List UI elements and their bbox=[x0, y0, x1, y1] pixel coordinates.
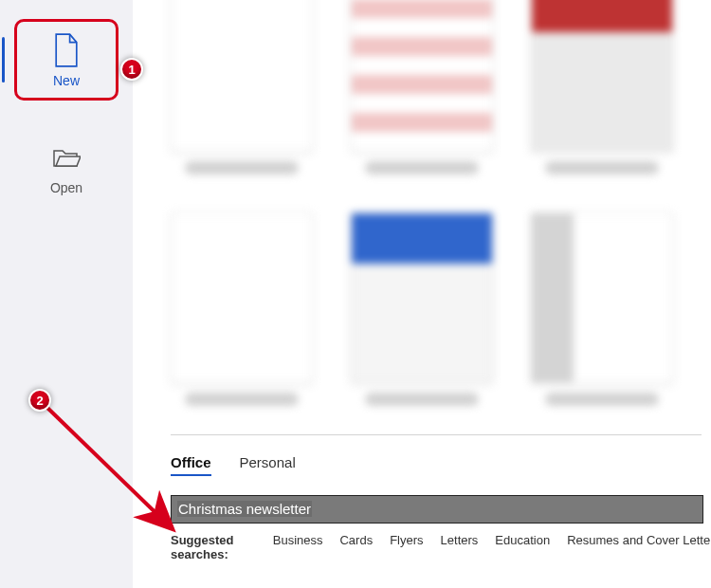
template-thumb bbox=[351, 212, 493, 383]
template-thumb bbox=[171, 212, 313, 383]
open-folder-icon bbox=[52, 140, 81, 175]
template-label bbox=[365, 393, 479, 406]
template-row-2 bbox=[171, 212, 711, 406]
template-card[interactable] bbox=[171, 0, 313, 175]
annotation-callout-1: 1 bbox=[120, 58, 143, 81]
suggested-term[interactable]: Flyers bbox=[390, 533, 423, 547]
template-label bbox=[545, 161, 659, 175]
template-thumb bbox=[171, 0, 313, 152]
template-card[interactable] bbox=[351, 212, 493, 406]
template-thumb bbox=[531, 0, 673, 152]
backstage-sidebar: New Open bbox=[0, 0, 133, 588]
template-search-box[interactable]: Christmas newsletter bbox=[171, 495, 703, 524]
template-thumb bbox=[351, 0, 493, 152]
tab-personal[interactable]: Personal bbox=[240, 454, 296, 476]
template-label bbox=[185, 161, 299, 175]
section-divider bbox=[171, 434, 702, 435]
suggested-label: Suggested searches: bbox=[171, 533, 256, 561]
template-card[interactable] bbox=[531, 0, 673, 175]
sidebar-open-label: Open bbox=[50, 180, 82, 195]
template-source-tabs: Office Personal bbox=[171, 454, 711, 476]
template-row-1 bbox=[171, 0, 711, 175]
main-panel: Office Personal Christmas newsletter Sug… bbox=[133, 0, 711, 588]
tab-office[interactable]: Office bbox=[171, 454, 211, 476]
suggested-searches: Suggested searches: Business Cards Flyer… bbox=[171, 533, 711, 561]
search-input[interactable]: Christmas newsletter bbox=[172, 496, 702, 523]
suggested-term[interactable]: Resumes and Cover Letters bbox=[567, 533, 711, 547]
template-card[interactable] bbox=[171, 212, 313, 406]
suggested-term[interactable]: Education bbox=[495, 533, 550, 547]
suggested-term[interactable]: Cards bbox=[339, 533, 373, 547]
sidebar-new-label: New bbox=[53, 73, 80, 88]
suggested-term[interactable]: Business bbox=[273, 533, 323, 547]
suggested-term[interactable]: Letters bbox=[441, 533, 479, 547]
template-label bbox=[365, 161, 479, 175]
sidebar-item-new[interactable]: New bbox=[14, 19, 118, 101]
template-label bbox=[185, 393, 299, 406]
search-input-text: Christmas newsletter bbox=[177, 501, 312, 517]
template-label bbox=[545, 393, 659, 406]
template-card[interactable] bbox=[531, 212, 673, 406]
new-document-icon bbox=[52, 33, 81, 67]
sidebar-item-open[interactable]: Open bbox=[14, 129, 118, 205]
annotation-callout-2: 2 bbox=[28, 389, 51, 412]
template-thumb bbox=[531, 212, 673, 383]
app-frame: New Open bbox=[0, 0, 711, 588]
template-card[interactable] bbox=[351, 0, 493, 175]
